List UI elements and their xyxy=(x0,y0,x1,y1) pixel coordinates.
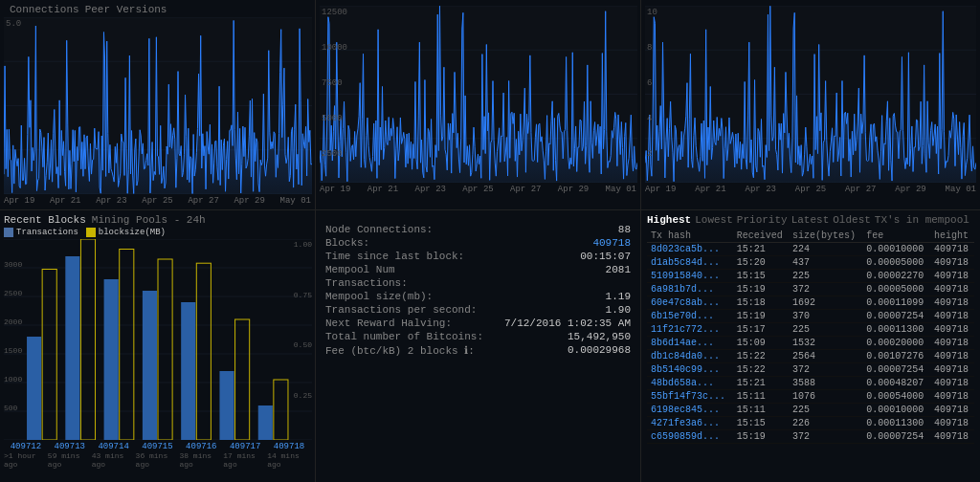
tx-size: 1692 xyxy=(789,296,862,310)
highest-panel: Highest Lowest Priority Latest Oldest TX… xyxy=(641,210,980,482)
tx-height: 409718 xyxy=(930,243,974,256)
bar-chart-area xyxy=(4,239,311,440)
tx-height: 409718 xyxy=(930,363,974,377)
cv-row: Mempool Num2081 xyxy=(325,264,631,275)
cv-value: 88 xyxy=(618,224,631,235)
cv-label: Mempool Num xyxy=(325,264,395,275)
txsec-x-labels: Apr 19Apr 21Apr 23Apr 25Apr 27Apr 29May … xyxy=(4,196,311,206)
table-row[interactable]: 60e47c8ab... 15:18 1692 0.00011099 40971… xyxy=(647,296,974,310)
cv-row: Time since last block:00:15:07 xyxy=(325,251,631,262)
tx-size: 370 xyxy=(789,310,862,323)
tx-received: 15:15 xyxy=(733,417,789,430)
table-row[interactable]: 4271fe3a6... 15:15 226 0.00011300 409718 xyxy=(647,417,974,430)
block-time: 14 mins ago xyxy=(267,451,311,469)
table-row[interactable]: d1ab5c84d... 15:20 437 0.00005000 409718 xyxy=(647,256,974,270)
tx-hash[interactable]: 48bd658a... xyxy=(647,377,733,390)
table-row[interactable]: db1c84da0... 15:22 2564 0.00107276 40971… xyxy=(647,350,974,363)
tx-hash[interactable]: 6a981b7d... xyxy=(647,283,733,296)
block-time-labels: >1 hour ago59 mins ago43 mins ago36 mins… xyxy=(4,451,311,469)
tx-received: 15:19 xyxy=(733,283,789,296)
tx-size: 372 xyxy=(789,430,862,444)
tx-size: 1076 xyxy=(789,390,862,404)
tx-size: 225 xyxy=(789,270,862,283)
tx-received: 15:22 xyxy=(733,363,789,377)
table-row[interactable]: 6a981b7d... 15:19 372 0.00005000 409718 xyxy=(647,283,974,296)
tx-height: 409718 xyxy=(930,430,974,444)
tx-hash[interactable]: 6b15e70d... xyxy=(647,310,733,323)
cv-label: Blocks: xyxy=(325,237,369,249)
tx-size: 2564 xyxy=(789,350,862,363)
oldest-tab[interactable]: Oldest xyxy=(833,214,871,226)
tx-received: 15:11 xyxy=(733,404,789,417)
txs-in-mempool-tab[interactable]: TX's in mempool xyxy=(875,214,969,226)
table-row[interactable]: 6b15e70d... 15:19 370 0.00007254 409718 xyxy=(647,310,974,323)
tx-hash[interactable]: 8b6d14ae... xyxy=(647,337,733,350)
lowest-tab[interactable]: Lowest xyxy=(695,214,733,226)
block-time: 36 mins ago xyxy=(136,451,180,469)
tx-received: 15:21 xyxy=(733,377,789,390)
block-time: 59 mins ago xyxy=(48,451,92,469)
table-row[interactable]: 8b6d14ae... 15:09 1532 0.00020000 409718 xyxy=(647,337,974,350)
mining-pools-tab[interactable]: Mining Pools - 24h xyxy=(92,214,206,226)
tx-size: 3588 xyxy=(789,377,862,390)
tx-height: 409718 xyxy=(930,377,974,390)
block-id[interactable]: 409713 xyxy=(55,442,85,451)
cv-table: Node Connections:88Blocks:409718Time sin… xyxy=(325,224,631,357)
txsec-title: Connections Peer Versions xyxy=(4,4,311,15)
block-id[interactable]: 409716 xyxy=(186,442,216,451)
tx-hash[interactable]: 510915840... xyxy=(647,270,733,283)
block-id[interactable]: 409718 xyxy=(274,442,304,451)
cv-row: Transactions per second:1.90 xyxy=(325,304,631,316)
table-row[interactable]: 48bd658a... 15:21 3588 0.00048207 409718 xyxy=(647,377,974,390)
tx-height: 409718 xyxy=(930,404,974,417)
tx-hash[interactable]: 8b5140c99... xyxy=(647,363,733,377)
cv-row: Mempool size(mb):1.19 xyxy=(325,291,631,302)
tx-hash[interactable]: c6590859d... xyxy=(647,430,733,444)
block-time: 17 mins ago xyxy=(223,451,267,469)
tx-fee: 0.00011300 xyxy=(862,417,930,430)
latest-tab[interactable]: Latest xyxy=(791,214,830,226)
block-id[interactable]: 409712 xyxy=(11,442,41,451)
mempoolsize-panel: Apr 19Apr 21Apr 23Apr 25Apr 27Apr 29May … xyxy=(641,0,980,209)
size-legend-label: blocksize(MB) xyxy=(99,228,166,237)
tx-hash[interactable]: 55bf14f73c... xyxy=(647,390,733,404)
priority-tab[interactable]: Priority xyxy=(737,214,788,226)
tx-size: 1532 xyxy=(789,337,862,350)
tx-table-body: 8d023ca5b... 15:21 224 0.00010000 409718… xyxy=(647,243,974,444)
current-values-panel: Node Connections:88Blocks:409718Time sin… xyxy=(316,210,641,482)
tx-hash[interactable]: 4271fe3a6... xyxy=(647,417,733,430)
mempoolsize-x-labels: Apr 19Apr 21Apr 23Apr 25Apr 27Apr 29May … xyxy=(645,185,976,194)
tx-fee: 0.00007254 xyxy=(862,430,930,444)
cv-label: Total number of Bitcoins: xyxy=(325,331,483,342)
tx-hash[interactable]: 60e47c8ab... xyxy=(647,296,733,310)
tx-hash[interactable]: 11f21c772... xyxy=(647,323,733,337)
tx-hash[interactable]: d1ab5c84d... xyxy=(647,256,733,270)
block-time: 43 mins ago xyxy=(92,451,136,469)
tx-hash[interactable]: 6198ec845... xyxy=(647,404,733,417)
table-row[interactable]: 8b5140c99... 15:22 372 0.00007254 409718 xyxy=(647,363,974,377)
tx-height: 409718 xyxy=(930,270,974,283)
table-row[interactable]: 55bf14f73c... 15:11 1076 0.00054000 4097… xyxy=(647,390,974,404)
tx-hash[interactable]: db1c84da0... xyxy=(647,350,733,363)
cv-row: Transactions: xyxy=(325,277,631,289)
block-id[interactable]: 409714 xyxy=(98,442,128,451)
tx-hash[interactable]: 8d023ca5b... xyxy=(647,243,733,256)
tx-fee: 0.00010000 xyxy=(862,243,930,256)
tx-height: 409718 xyxy=(930,390,974,404)
connections-tab[interactable]: Connections xyxy=(10,4,79,15)
cv-label: Time since last block: xyxy=(325,251,464,262)
cv-row: Node Connections:88 xyxy=(325,224,631,235)
block-id[interactable]: 409717 xyxy=(230,442,260,451)
col-size: size(bytes) xyxy=(789,230,862,243)
cv-value[interactable]: 409718 xyxy=(592,237,631,249)
highest-tab[interactable]: Highest xyxy=(647,214,691,226)
block-id[interactable]: 409715 xyxy=(142,442,172,451)
peer-versions-tab[interactable]: Peer Versions xyxy=(85,4,167,15)
tx-received: 15:11 xyxy=(733,390,789,404)
table-row[interactable]: 510915840... 15:15 225 0.00002270 409718 xyxy=(647,270,974,283)
table-row[interactable]: 6198ec845... 15:11 225 0.00010000 409718 xyxy=(647,404,974,417)
table-row[interactable]: c6590859d... 15:19 372 0.00007254 409718 xyxy=(647,430,974,444)
table-row[interactable]: 8d023ca5b... 15:21 224 0.00010000 409718 xyxy=(647,243,974,256)
table-row[interactable]: 11f21c772... 15:17 225 0.00011300 409718 xyxy=(647,323,974,337)
tx-fee: 0.00048207 xyxy=(862,377,930,390)
